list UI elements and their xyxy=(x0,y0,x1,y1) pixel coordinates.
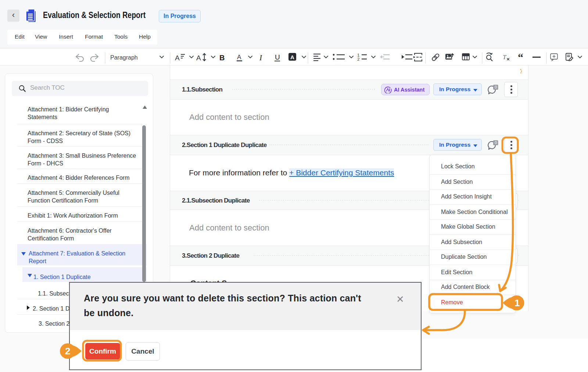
svg-text:✕: ✕ xyxy=(506,57,510,61)
svg-text:I: I xyxy=(259,53,262,62)
svg-text:0: 0 xyxy=(495,140,497,145)
svg-text:A: A xyxy=(196,54,201,62)
svg-text:B: B xyxy=(219,54,225,62)
svg-text:A: A xyxy=(175,54,180,62)
svg-text:A: A xyxy=(290,54,294,60)
svg-text:0: 0 xyxy=(495,85,497,89)
svg-text:Paragraph: Paragraph xyxy=(110,54,138,61)
svg-text:U: U xyxy=(275,53,280,61)
svg-text:A: A xyxy=(237,54,241,61)
svg-text:1: 1 xyxy=(357,53,359,57)
svg-text:2: 2 xyxy=(357,57,359,61)
svg-text:“: “ xyxy=(518,51,523,63)
